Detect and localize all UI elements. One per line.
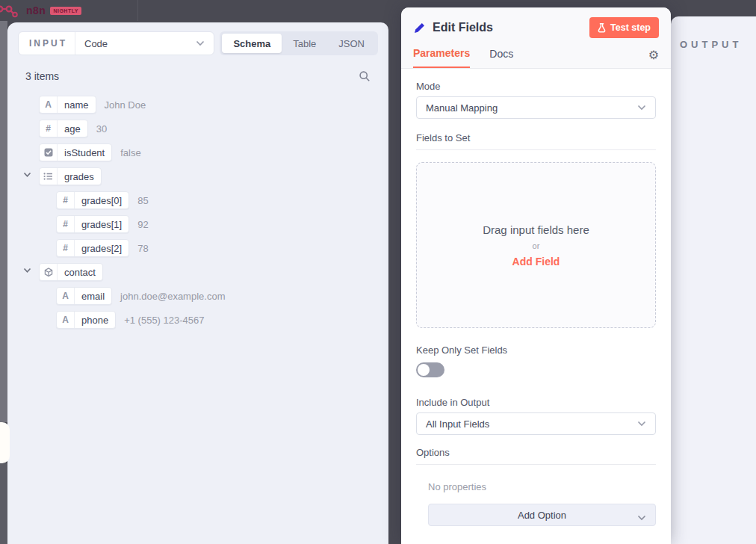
gear-icon[interactable]: ⚙ <box>648 48 659 68</box>
sidebar-collapse-handle[interactable] <box>0 422 10 463</box>
add-option-button[interactable]: Add Option <box>428 504 656 526</box>
include-in-output-label: Include in Output <box>416 397 656 408</box>
page-title: Edit Fields <box>433 21 589 34</box>
number-type-icon: # <box>57 216 75 232</box>
chevron-down-icon <box>196 40 214 46</box>
brand-name: n8n <box>26 4 46 16</box>
field-pill-phone[interactable]: A phone <box>56 311 116 329</box>
toggle-knob <box>418 364 430 376</box>
field-pill-grades-2[interactable]: # grades[2] <box>56 239 129 257</box>
number-type-icon: # <box>40 120 58 137</box>
test-step-button[interactable]: Test step <box>589 17 659 38</box>
left-sidebar-rail <box>0 21 7 422</box>
field-pill-age[interactable]: # age <box>39 120 88 137</box>
brand-zone[interactable]: n8n NIGHTLY <box>0 0 138 21</box>
field-pill-grades-1[interactable]: # grades[1] <box>56 215 129 233</box>
options-label: Options <box>416 447 656 465</box>
table-row: A email john.doe@example.com <box>18 284 378 308</box>
items-count: 3 items <box>25 70 59 82</box>
input-panel: INPUT Code Schema Table JSON 3 items A <box>7 22 388 544</box>
field-value: John Doe <box>105 99 146 111</box>
fields-to-set-label: Fields to Set <box>416 132 656 150</box>
field-value: false <box>120 147 140 158</box>
search-icon[interactable] <box>359 70 371 82</box>
field-value: +1 (555) 123-4567 <box>124 315 204 326</box>
string-type-icon: A <box>57 312 75 328</box>
field-value: 92 <box>137 219 148 230</box>
chevron-down-icon <box>637 421 646 427</box>
n8n-logo-icon <box>0 3 22 18</box>
string-type-icon: A <box>40 96 58 113</box>
tab-table[interactable]: Table <box>282 34 327 53</box>
field-pill-contact[interactable]: contact <box>39 263 103 281</box>
keep-only-set-fields-toggle[interactable] <box>416 362 444 377</box>
dropzone-or: or <box>533 241 540 250</box>
table-row: # grades[2] 78 <box>18 236 378 260</box>
field-pill-name[interactable]: A name <box>39 96 96 114</box>
input-source-value: Code <box>75 38 196 49</box>
field-pill-grades[interactable]: grades <box>39 167 102 185</box>
nightly-badge: NIGHTLY <box>50 7 81 15</box>
table-row: grades <box>18 164 378 188</box>
mode-label: Mode <box>416 81 656 92</box>
chevron-down-icon[interactable] <box>23 268 31 273</box>
table-row: # grades[1] 92 <box>18 212 378 236</box>
table-row: isStudent false <box>18 140 378 164</box>
left-sidebar-rail-bottom <box>0 463 7 544</box>
tab-docs[interactable]: Docs <box>489 48 513 67</box>
n8n-node-detail-view: n8n NIGHTLY INPUT Code Schema Table JSON… <box>0 0 756 544</box>
field-pill-email[interactable]: A email <box>56 287 112 305</box>
number-type-icon: # <box>57 240 75 256</box>
keep-only-set-fields-label: Keep Only Set Fields <box>416 344 656 356</box>
chevron-down-icon[interactable] <box>23 172 31 178</box>
output-panel: OUTPUT <box>671 16 756 544</box>
checkbox-boolean-type-icon <box>40 144 58 161</box>
field-pill-grades-0[interactable]: # grades[0] <box>56 191 129 209</box>
drag-drop-zone[interactable]: Drag input fields here or Add Field <box>416 162 656 328</box>
tab-json[interactable]: JSON <box>327 34 376 53</box>
tab-parameters[interactable]: Parameters <box>413 47 470 68</box>
cube-object-type-icon <box>40 264 58 280</box>
string-type-icon: A <box>57 288 75 304</box>
pencil-icon <box>413 22 426 34</box>
dialog-body: Mode Manual Mapping Fields to Set Drag i… <box>401 69 671 538</box>
list-array-type-icon <box>40 168 58 185</box>
dialog-header: Edit Fields Test step Parameters Docs ⚙ <box>401 7 671 69</box>
no-properties-text: No properties <box>428 481 656 492</box>
tab-schema[interactable]: Schema <box>222 34 282 53</box>
field-value: 78 <box>137 243 148 254</box>
input-source-select[interactable]: INPUT Code <box>18 31 214 55</box>
edit-fields-dialog: Edit Fields Test step Parameters Docs ⚙ … <box>401 7 671 544</box>
field-pill-isstudent[interactable]: isStudent <box>39 143 112 161</box>
add-field-button[interactable]: Add Field <box>512 256 560 268</box>
chevron-down-icon <box>637 105 646 111</box>
table-row: # age 30 <box>18 117 378 140</box>
include-in-output-select[interactable]: All Input Fields <box>416 412 656 435</box>
field-value: 30 <box>96 123 107 135</box>
table-row: # grades[0] 85 <box>18 188 378 212</box>
field-value: 85 <box>137 195 148 206</box>
number-type-icon: # <box>57 192 75 208</box>
chevron-down-icon <box>637 512 646 523</box>
flask-icon <box>598 23 606 33</box>
mode-select[interactable]: Manual Mapping <box>416 96 656 119</box>
output-panel-label: OUTPUT <box>680 39 756 50</box>
display-mode-tabs: Schema Table JSON <box>220 31 378 55</box>
table-row: contact <box>18 260 378 284</box>
field-value: john.doe@example.com <box>120 291 225 302</box>
table-row: A phone +1 (555) 123-4567 <box>18 308 378 332</box>
table-row: A name John Doe <box>18 93 378 117</box>
input-panel-label: INPUT <box>19 32 75 55</box>
dropzone-text: Drag input fields here <box>483 223 589 236</box>
schema-tree: A name John Doe # age 30 isStudent <box>18 93 378 332</box>
